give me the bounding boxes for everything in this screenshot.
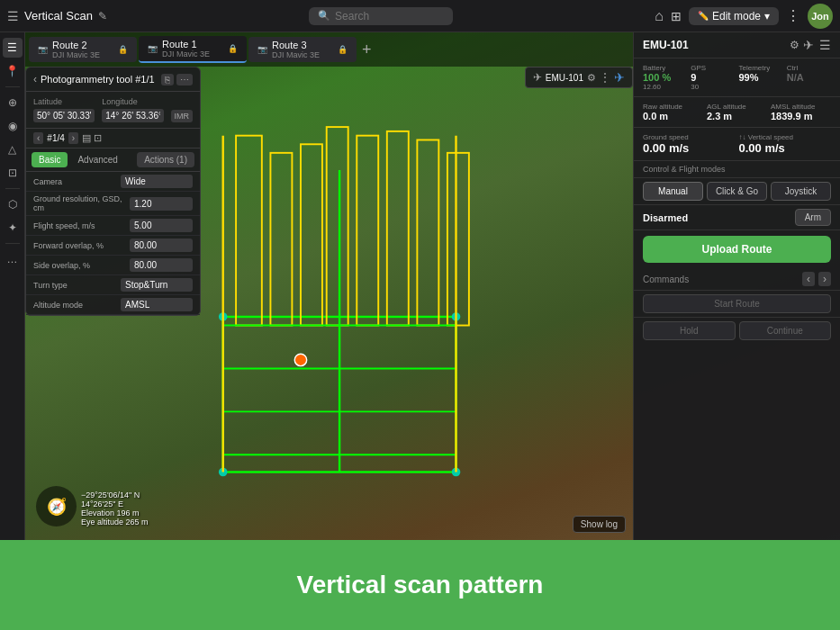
field-turn-type-label: Turn type	[33, 281, 121, 290]
stat-ctrl-label: Ctrl	[787, 64, 831, 72]
hold-button[interactable]: Hold	[643, 321, 736, 340]
latitude-group: Latitude	[33, 97, 95, 122]
left-toolbar: ☰ 📍 ⊕ ◉ △ ⊡ ⬡ ✦ …	[0, 32, 25, 540]
svg-point-15	[219, 468, 228, 477]
toolbar-btn-7[interactable]: ✦	[3, 218, 23, 238]
panel-header: ‹ Photogrammetry tool #1/1 ⎘ ⋯	[26, 68, 200, 92]
longitude-label: Longitude	[102, 97, 163, 106]
page-icon-1[interactable]: ▤	[82, 132, 91, 144]
cmd-prev-button[interactable]: ‹	[802, 272, 815, 286]
top-bar: ☰ Vertical Scan ✎ 🔍 ⌂ ⊞ ✏️ Edit mode ▾ ⋮…	[0, 0, 840, 32]
route-tabs: 📷 Route 2 DJI Mavic 3E 🔒 📷 Route 1 DJI M…	[25, 32, 633, 67]
tab-basic[interactable]: Basic	[32, 152, 68, 167]
more-options-icon[interactable]: ⋮	[786, 7, 800, 24]
field-side-overlap: Side overlap, %	[26, 256, 200, 275]
page-indicator: ‹ #1/4 › ▤ ⊡	[26, 129, 200, 148]
hamburger-icon[interactable]: ☰	[7, 9, 19, 23]
upload-route-button[interactable]: Upload Route	[643, 236, 831, 263]
tab-advanced[interactable]: Advanced	[70, 152, 124, 167]
field-gsd-input[interactable]	[130, 197, 193, 211]
route-tab-1[interactable]: 📷 Route 1 DJI Mavic 3E 🔒	[139, 36, 247, 63]
search-box[interactable]: 🔍	[309, 7, 453, 25]
edit-icon[interactable]: ✎	[98, 10, 107, 22]
left-panel: ‹ Photogrammetry tool #1/1 ⎘ ⋯ Latitude …	[25, 67, 201, 316]
longitude-input[interactable]	[102, 109, 163, 122]
rp-settings-icon[interactable]: ⚙	[790, 39, 799, 51]
ctrl-manual-button[interactable]: Manual	[643, 182, 703, 201]
field-speed-input[interactable]	[130, 219, 193, 232]
add-tab-button[interactable]: +	[358, 40, 375, 59]
top-bar-right: ⌂ ⊞ ✏️ Edit mode ▾ ⋮ Jon	[655, 4, 833, 29]
toolbar-btn-8[interactable]: …	[3, 249, 23, 269]
toolbar-btn-4[interactable]: △	[3, 140, 23, 159]
field-camera-select[interactable]: Wide	[121, 175, 193, 188]
panel-copy-button[interactable]: ⎘	[161, 74, 174, 86]
panel-nav-buttons: ⎘ ⋯	[161, 74, 193, 86]
drone-tag-settings-icon[interactable]: ⚙	[587, 72, 596, 84]
search-input[interactable]	[335, 10, 425, 22]
vertical-speed-label: ↑↓ Vertical speed	[739, 133, 832, 141]
panel-back-button[interactable]: ‹	[33, 73, 37, 86]
route-tab-drone-2: DJI Mavic 3E	[272, 50, 333, 59]
cmd-next-button[interactable]: ›	[818, 272, 831, 286]
toolbar-btn-2[interactable]: ⊕	[3, 93, 23, 112]
imr-button[interactable]: IMR	[171, 110, 194, 122]
show-log-button[interactable]: Show log	[573, 516, 626, 533]
ctrl-joystick-button[interactable]: Joystick	[771, 182, 831, 201]
lock-icon-2: 🔒	[338, 45, 348, 54]
toolbar-btn-5[interactable]: ⊡	[3, 163, 23, 183]
lock-icon-0: 🔒	[118, 45, 128, 54]
field-forward-overlap-input[interactable]	[130, 238, 193, 252]
svg-rect-5	[357, 136, 378, 326]
ground-speed-value: 0.00 m/s	[643, 141, 736, 155]
rp-sub-buttons: Hold Continue	[634, 318, 840, 344]
toolbar-divider-1	[5, 86, 20, 87]
field-altitude-select[interactable]: AMSL	[121, 298, 193, 311]
rp-menu-icon[interactable]: ☰	[819, 38, 831, 52]
toolbar-btn-1[interactable]: 📍	[3, 61, 23, 81]
metric-raw-alt-label: Raw altitude	[643, 103, 703, 111]
commands-label: Commands	[643, 274, 799, 284]
search-icon: 🔍	[318, 10, 330, 22]
field-turn-type-select[interactable]: Stop&Turn	[121, 278, 193, 292]
page-icon-2[interactable]: ⊡	[94, 132, 102, 144]
stat-battery-value: 100 %	[643, 72, 687, 83]
ctrl-click-go-button[interactable]: Click & Go	[707, 182, 767, 201]
coords-row: Latitude Longitude IMR	[26, 92, 200, 129]
mode-label: Control & Flight modes	[643, 165, 726, 174]
drone-tag-menu-icon[interactable]: ⋮	[600, 71, 610, 84]
stat-gps-label: GPS	[691, 64, 735, 72]
route-tab-name-1: Route 1	[162, 39, 223, 50]
edit-mode-button[interactable]: ✏️ Edit mode ▾	[689, 7, 779, 25]
layers-icon[interactable]: ⊞	[671, 9, 682, 23]
arm-button[interactable]: Arm	[795, 209, 831, 226]
toolbar-btn-6[interactable]: ⬡	[3, 194, 23, 214]
page-prev-button[interactable]: ‹	[33, 132, 43, 144]
toolbar-divider-3	[5, 243, 20, 244]
longitude-group: Longitude	[102, 97, 163, 122]
continue-button[interactable]: Continue	[739, 321, 832, 340]
toolbar-btn-0[interactable]: ☰	[3, 38, 23, 58]
latitude-input[interactable]	[33, 109, 95, 122]
field-side-overlap-input[interactable]	[130, 258, 193, 272]
metric-amsl-alt: AMSL altitude 1839.9 m	[771, 103, 831, 122]
start-route-button[interactable]: Start Route	[643, 294, 831, 313]
home-icon[interactable]: ⌂	[655, 8, 664, 24]
panel-more-button[interactable]: ⋯	[176, 74, 193, 86]
route-tab-0[interactable]: 📷 Route 2 DJI Mavic 3E 🔒	[29, 37, 137, 62]
rp-stats: Battery 100 % 12.60 GPS 9 30 Telemetry 9…	[634, 58, 840, 97]
avatar[interactable]: Jon	[808, 4, 833, 29]
page-next-button[interactable]: ›	[68, 132, 78, 144]
route-tab-2[interactable]: 📷 Route 3 DJI Mavic 3E 🔒	[248, 37, 357, 62]
stat-telemetry: Telemetry 99%	[739, 64, 783, 91]
metric-agl-alt: AGL altitude 2.3 m	[707, 103, 767, 122]
tab-actions[interactable]: Actions (1)	[137, 152, 194, 167]
chevron-down-icon: ▾	[764, 10, 770, 22]
route-tab-drone-1: DJI Mavic 3E	[162, 50, 223, 58]
svg-point-14	[452, 312, 461, 321]
field-forward-overlap: Forward overlap, %	[26, 236, 200, 256]
camera-icon-2: 📷	[257, 45, 267, 54]
svg-rect-3	[301, 144, 322, 325]
toolbar-btn-3[interactable]: ◉	[3, 116, 23, 136]
rp-drone-label: EMU-101	[643, 39, 790, 51]
